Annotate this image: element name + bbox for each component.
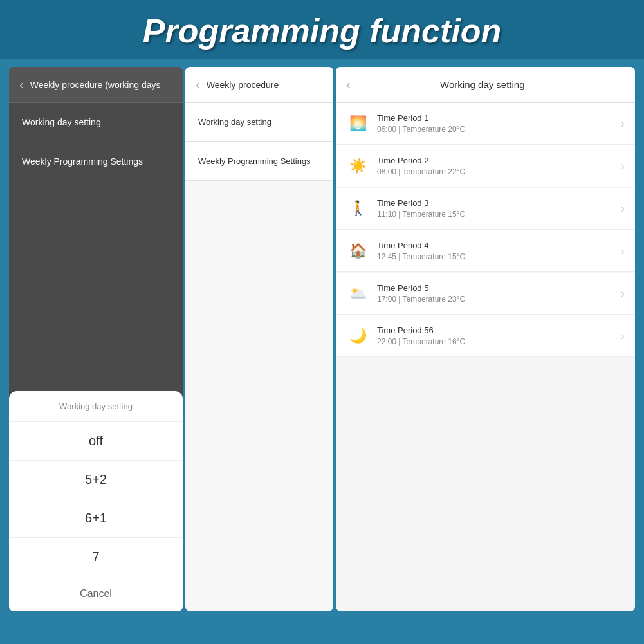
time-period-item-5[interactable]: 🌥️ Time Period 5 17:00 | Temperature 23°… bbox=[336, 273, 635, 315]
bottom-sheet-option-7[interactable]: 7 bbox=[9, 538, 183, 576]
period-name-1: Time Period 1 bbox=[377, 113, 621, 123]
bottom-sheet-option-6plus1[interactable]: 6+1 bbox=[9, 499, 183, 538]
period-icon-5: 🌥️ bbox=[346, 282, 369, 305]
period-name-5: Time Period 5 bbox=[377, 283, 621, 293]
period-icon-56: 🌙 bbox=[346, 324, 369, 347]
main-content: ‹ Weekly procedure (working days Working… bbox=[0, 59, 644, 619]
page-title: Programming function bbox=[143, 12, 502, 50]
chevron-icon-3: › bbox=[621, 202, 625, 216]
panel3-header: ‹ Working day setting bbox=[336, 67, 635, 103]
panel2-menu-item-1[interactable]: Weekly Programming Settings bbox=[185, 142, 333, 181]
panel1-title: Weekly procedure (working days bbox=[30, 80, 161, 90]
panel1-menu-item-0[interactable]: Working day setting bbox=[9, 103, 183, 142]
time-period-item-4[interactable]: 🏠 Time Period 4 12:45 | Temperature 15°C… bbox=[336, 230, 635, 272]
chevron-icon-5: › bbox=[621, 287, 625, 300]
bottom-sheet-cancel-button[interactable]: Cancel bbox=[9, 576, 183, 611]
period-detail-56: 22:00 | Temperature 16°C bbox=[377, 337, 621, 346]
panel1-back-icon[interactable]: ‹ bbox=[19, 77, 24, 92]
panel1-header: ‹ Weekly procedure (working days bbox=[9, 67, 183, 103]
bottom-sheet: Working day setting off 5+2 6+1 7 Cancel bbox=[9, 391, 183, 611]
period-info-56: Time Period 56 22:00 | Temperature 16°C bbox=[377, 326, 621, 346]
period-info-5: Time Period 5 17:00 | Temperature 23°C bbox=[377, 283, 621, 304]
panel-weekly-procedure-light: ‹ Weekly procedure Working day setting W… bbox=[185, 67, 333, 611]
period-name-56: Time Period 56 bbox=[377, 326, 621, 335]
time-period-item-3[interactable]: 🚶 Time Period 3 11:10 | Temperature 15°C… bbox=[336, 188, 635, 230]
panel2-header: ‹ Weekly procedure bbox=[185, 67, 333, 103]
period-detail-1: 06:00 | Temperature 20°C bbox=[377, 125, 621, 134]
time-period-item-1[interactable]: 🌅 Time Period 1 06:00 | Temperature 20°C… bbox=[336, 103, 635, 145]
period-name-4: Time Period 4 bbox=[377, 241, 621, 250]
panel-working-day-setting: ‹ Working day setting 🌅 Time Period 1 06… bbox=[336, 67, 635, 611]
time-period-item-56[interactable]: 🌙 Time Period 56 22:00 | Temperature 16°… bbox=[336, 315, 635, 357]
period-icon-3: 🚶 bbox=[346, 197, 369, 220]
page-header: Programming function bbox=[0, 0, 644, 59]
bottom-sheet-option-off[interactable]: off bbox=[9, 422, 183, 461]
period-info-3: Time Period 3 11:10 | Temperature 15°C bbox=[377, 198, 621, 219]
period-name-2: Time Period 2 bbox=[377, 156, 621, 165]
bottom-sheet-title: Working day setting bbox=[9, 391, 183, 422]
period-icon-4: 🏠 bbox=[346, 239, 369, 262]
panel3-body: 🌅 Time Period 1 06:00 | Temperature 20°C… bbox=[336, 103, 635, 611]
chevron-icon-56: › bbox=[621, 329, 625, 343]
bottom-sheet-option-5plus2[interactable]: 5+2 bbox=[9, 461, 183, 499]
chevron-icon-4: › bbox=[621, 244, 625, 258]
period-detail-2: 08:00 | Temperature 22°C bbox=[377, 167, 621, 176]
panel2-menu-item-0[interactable]: Working day setting bbox=[185, 103, 333, 142]
panel3-back-icon[interactable]: ‹ bbox=[346, 77, 351, 92]
period-name-3: Time Period 3 bbox=[377, 198, 621, 208]
time-period-item-2[interactable]: ☀️ Time Period 2 08:00 | Temperature 22°… bbox=[336, 145, 635, 187]
period-icon-2: ☀️ bbox=[346, 154, 369, 178]
panel2-title: Weekly procedure bbox=[207, 80, 279, 90]
period-info-1: Time Period 1 06:00 | Temperature 20°C bbox=[377, 113, 621, 134]
period-detail-4: 12:45 | Temperature 15°C bbox=[377, 252, 621, 261]
period-detail-5: 17:00 | Temperature 23°C bbox=[377, 295, 621, 304]
chevron-icon-1: › bbox=[621, 117, 625, 131]
panel2-back-icon[interactable]: ‹ bbox=[196, 77, 200, 92]
period-detail-3: 11:10 | Temperature 15°C bbox=[377, 210, 621, 219]
period-info-4: Time Period 4 12:45 | Temperature 15°C bbox=[377, 241, 621, 261]
period-icon-1: 🌅 bbox=[346, 112, 369, 135]
period-info-2: Time Period 2 08:00 | Temperature 22°C bbox=[377, 156, 621, 176]
chevron-icon-2: › bbox=[621, 160, 625, 173]
panel-weekly-procedure-dark: ‹ Weekly procedure (working days Working… bbox=[9, 67, 183, 611]
panel2-body: Working day setting Weekly Programming S… bbox=[185, 103, 333, 611]
panel3-title: Working day setting bbox=[357, 79, 608, 90]
panel1-menu-item-1[interactable]: Weekly Programming Settings bbox=[9, 142, 183, 181]
